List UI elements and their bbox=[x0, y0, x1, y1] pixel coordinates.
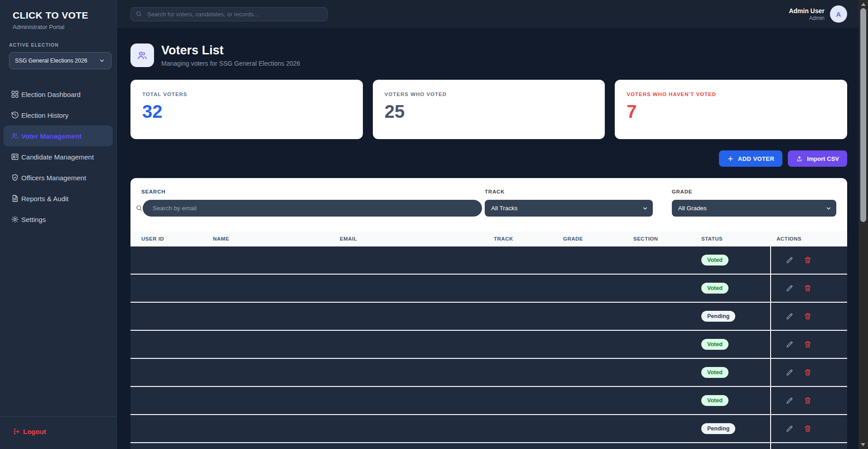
delete-voter-button[interactable] bbox=[804, 368, 812, 377]
user-menu[interactable]: Admin User Admin A bbox=[789, 5, 847, 23]
column-header-grade: GRADE bbox=[563, 236, 633, 241]
stat-value: 32 bbox=[142, 102, 351, 121]
global-search-input[interactable] bbox=[130, 7, 328, 21]
sidebar-nav: Election Dashboard Election History Vote… bbox=[0, 84, 116, 230]
app-subtitle: Administrator Portal bbox=[13, 24, 104, 30]
column-header-status: STATUS bbox=[697, 236, 770, 241]
cell-status: Pending bbox=[697, 303, 770, 330]
filters-bar: SEARCH TRACK All Tracks bbox=[130, 178, 847, 231]
election-select[interactable]: SSG General Elections 2026 bbox=[9, 52, 111, 69]
status-badge: Voted bbox=[701, 367, 728, 378]
edit-voter-button[interactable] bbox=[786, 256, 794, 264]
table-body: Voted Voted bbox=[130, 246, 847, 443]
actions-row: ADD VOTER Import CSV bbox=[130, 150, 847, 167]
edit-voter-button[interactable] bbox=[786, 312, 794, 320]
stat-label: TOTAL VOTERS bbox=[142, 92, 351, 97]
trash-icon bbox=[804, 284, 812, 292]
logout-label: Logout bbox=[23, 428, 46, 435]
delete-voter-button[interactable] bbox=[804, 396, 812, 405]
sidebar-item-voter-management[interactable]: Voter Management bbox=[4, 126, 113, 146]
sidebar-item-officers-management[interactable]: Officers Management bbox=[4, 167, 113, 188]
status-badge: Voted bbox=[701, 283, 728, 294]
cell-actions bbox=[770, 415, 847, 442]
topbar: Admin User Admin A bbox=[117, 0, 858, 28]
edit-voter-button[interactable] bbox=[786, 425, 794, 433]
dashboard-icon bbox=[11, 90, 19, 98]
cell-actions bbox=[770, 246, 847, 274]
import-csv-button[interactable]: Import CSV bbox=[788, 150, 847, 167]
delete-voter-button[interactable] bbox=[804, 425, 812, 433]
delete-voter-button[interactable] bbox=[804, 312, 812, 320]
plus-icon bbox=[727, 155, 734, 162]
edit-voter-button[interactable] bbox=[786, 396, 794, 405]
pencil-icon bbox=[786, 312, 794, 320]
stats-row: TOTAL VOTERS 32 VOTERS WHO VOTED 25 VOTE… bbox=[130, 80, 847, 139]
status-badge: Voted bbox=[701, 255, 728, 266]
report-icon bbox=[11, 194, 19, 203]
partial-row bbox=[130, 443, 847, 449]
sidebar-item-settings[interactable]: Settings bbox=[4, 209, 113, 230]
sidebar-item-election-history[interactable]: Election History bbox=[4, 105, 113, 126]
user-role: Admin bbox=[789, 15, 825, 21]
grade-filter-label: GRADE bbox=[672, 189, 836, 194]
active-election-block: ACTIVE ELECTION SSG General Elections 20… bbox=[0, 30, 116, 69]
cell-actions bbox=[770, 387, 847, 414]
cell-status: Pending bbox=[697, 415, 770, 442]
sidebar-item-candidate-management[interactable]: Candidate Management bbox=[4, 146, 113, 167]
track-select[interactable]: All Tracks bbox=[485, 200, 653, 217]
stat-card: VOTERS WHO VOTED 25 bbox=[373, 80, 605, 139]
cell-actions bbox=[770, 331, 847, 358]
table-row: Pending bbox=[130, 303, 847, 331]
table-row: Voted bbox=[130, 331, 847, 359]
column-header-actions: ACTIONS bbox=[770, 236, 847, 241]
cell-actions bbox=[770, 303, 847, 330]
page-subtitle: Managing voters for SSG General Election… bbox=[161, 60, 300, 67]
scrollbar-thumb[interactable] bbox=[860, 8, 866, 222]
email-search-input[interactable] bbox=[143, 200, 482, 217]
user-name: Admin User bbox=[789, 7, 825, 14]
scrollbar-down-arrow[interactable] bbox=[861, 443, 865, 446]
search-icon bbox=[135, 10, 142, 19]
delete-voter-button[interactable] bbox=[804, 256, 812, 264]
voters-icon bbox=[130, 43, 154, 67]
pencil-icon bbox=[786, 256, 794, 264]
trash-icon bbox=[804, 396, 812, 405]
edit-voter-button[interactable] bbox=[786, 340, 794, 348]
column-header-user-id: USER ID bbox=[130, 236, 213, 241]
active-election-label: ACTIVE ELECTION bbox=[9, 42, 109, 48]
edit-voter-button[interactable] bbox=[786, 284, 794, 292]
table-row: Voted bbox=[130, 246, 847, 275]
column-header-track: TRACK bbox=[494, 236, 563, 241]
voters-table-card: SEARCH TRACK All Tracks bbox=[130, 178, 847, 449]
upload-icon bbox=[796, 155, 803, 162]
pencil-icon bbox=[786, 396, 794, 405]
trash-icon bbox=[804, 312, 812, 320]
delete-voter-button[interactable] bbox=[804, 284, 812, 292]
trash-icon bbox=[804, 340, 812, 348]
search-icon bbox=[135, 204, 143, 213]
pencil-icon bbox=[786, 284, 794, 292]
table-row: Pending bbox=[130, 415, 847, 443]
logout-icon bbox=[13, 428, 20, 435]
avatar[interactable]: A bbox=[830, 5, 847, 23]
sidebar: CLICK TO VOTE Administrator Portal ACTIV… bbox=[0, 0, 117, 449]
sidebar-item-reports-audit[interactable]: Reports & Audit bbox=[4, 188, 113, 209]
stat-value: 7 bbox=[627, 102, 835, 121]
trash-icon bbox=[804, 425, 812, 433]
pencil-icon bbox=[786, 368, 794, 377]
stat-value: 25 bbox=[385, 102, 593, 121]
delete-voter-button[interactable] bbox=[804, 340, 812, 348]
scrollbar-up-arrow[interactable] bbox=[861, 3, 866, 6]
table-row: Voted bbox=[130, 359, 847, 387]
cell-status: Voted bbox=[697, 246, 770, 274]
sidebar-item-election-dashboard[interactable]: Election Dashboard bbox=[4, 84, 113, 105]
grade-select[interactable]: All Grades bbox=[672, 200, 836, 217]
edit-voter-button[interactable] bbox=[786, 368, 794, 377]
logout-button[interactable]: Logout bbox=[0, 416, 116, 449]
stat-card: VOTERS WHO HAVEN'T VOTED 7 bbox=[615, 80, 847, 139]
page-scrollbar[interactable] bbox=[858, 0, 868, 449]
cell-actions bbox=[770, 359, 847, 386]
search-filter-label: SEARCH bbox=[141, 189, 485, 194]
table-header: USER IDNAMEEMAILTRACKGRADESECTIONSTATUSA… bbox=[130, 231, 847, 246]
add-voter-button[interactable]: ADD VOTER bbox=[719, 150, 782, 167]
